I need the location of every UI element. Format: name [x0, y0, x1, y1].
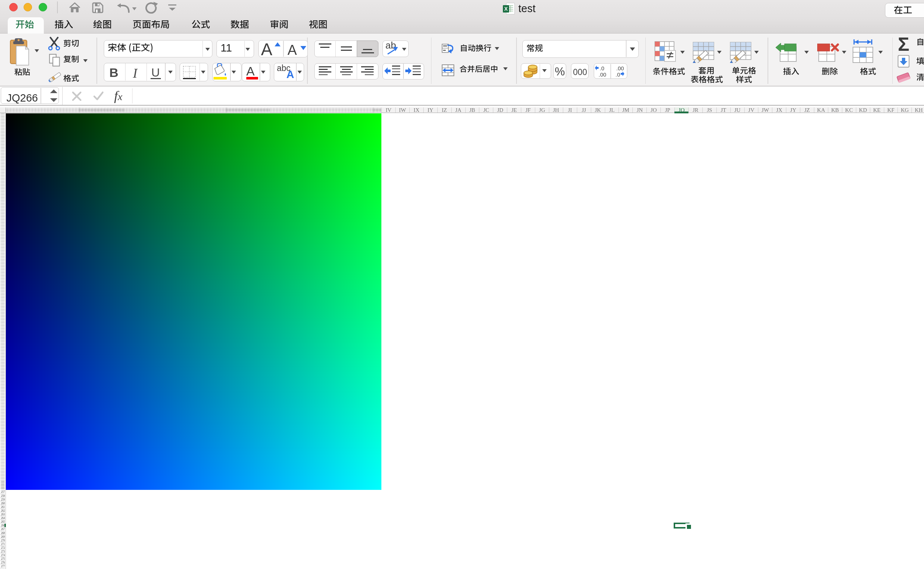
svg-text:.0: .0	[600, 65, 604, 72]
svg-text:.00: .00	[616, 65, 624, 72]
svg-text:X: X	[504, 6, 508, 12]
svg-text:.0: .0	[615, 72, 620, 77]
svg-text:.00: .00	[598, 72, 606, 77]
